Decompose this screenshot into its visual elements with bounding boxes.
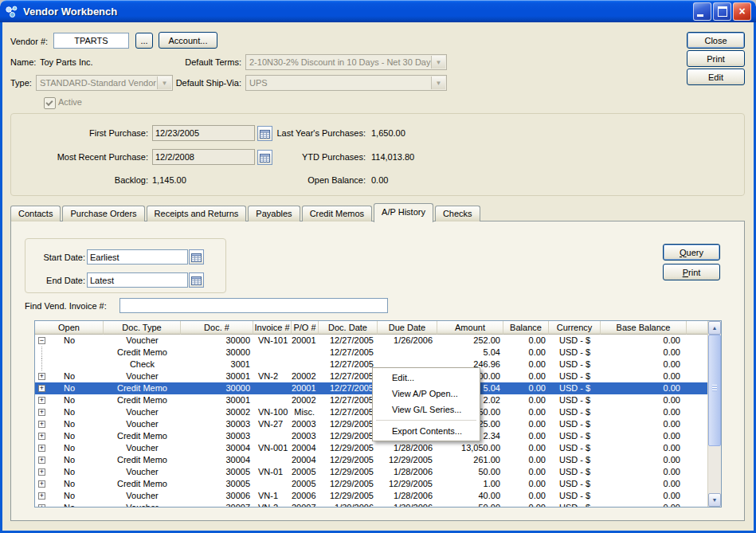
tab-purchase-orders[interactable]: Purchase Orders <box>62 206 144 221</box>
cell-open-text: No <box>64 419 75 429</box>
tab-contacts[interactable]: Contacts <box>10 206 61 221</box>
tab-payables[interactable]: Payables <box>248 206 300 221</box>
table-row[interactable]: +NoCredit Memo300052000512/29/200512/29/… <box>35 478 709 490</box>
expand-icon[interactable]: + <box>38 397 45 404</box>
cell-base_balance: 0.00 <box>601 442 687 454</box>
window-frame-left <box>0 22 2 533</box>
cell-doc_type: Check <box>104 359 181 370</box>
tab-a-p-history[interactable]: A/P History <box>374 203 433 222</box>
expand-icon[interactable]: + <box>38 373 45 380</box>
cell-base_balance: 0.00 <box>601 382 687 394</box>
cell-po_num: 20001 <box>292 382 319 394</box>
maximize-button[interactable] <box>713 2 731 21</box>
column-header-doc_date[interactable]: Doc. Date <box>319 321 378 335</box>
column-header-doc_type[interactable]: Doc. Type <box>104 321 181 335</box>
cell-doc_type: Voucher <box>104 466 181 478</box>
calendar-icon[interactable] <box>189 272 204 288</box>
column-header-po_num[interactable]: P/O # <box>292 321 319 335</box>
cell-invoice_num <box>253 430 292 442</box>
calendar-icon[interactable] <box>189 249 204 265</box>
cell-invoice_num <box>253 394 292 406</box>
cell-doc_num: 3001 <box>181 359 253 370</box>
table-row[interactable]: −NoVoucher30000VN-1012000112/27/20051/26… <box>35 335 709 347</box>
column-header-doc_num[interactable]: Doc. # <box>181 321 253 335</box>
menu-item-edit[interactable]: Edit... <box>374 370 478 386</box>
title-bar[interactable]: Vendor Workbench × <box>0 0 756 22</box>
default-terms-select: 2-10N30-2% Discount in 10 Days - Net 30 … <box>245 54 447 70</box>
expand-icon[interactable]: + <box>38 468 45 476</box>
cell-doc_num: 30004 <box>181 454 253 466</box>
tab-credit-memos[interactable]: Credit Memos <box>302 206 372 221</box>
open-balance-label: Open Balance: <box>226 175 366 185</box>
find-invoice-input[interactable] <box>119 298 388 313</box>
expand-icon[interactable]: + <box>38 421 45 428</box>
vendor-lookup-button[interactable]: ... <box>135 33 153 49</box>
start-date-input[interactable] <box>87 249 188 265</box>
tab-receipts-and-returns[interactable]: Receipts and Returns <box>147 206 247 221</box>
cell-po_num: 20003 <box>292 430 319 442</box>
cell-currency: USD - $ <box>549 359 601 370</box>
menu-item-view-a-p-open[interactable]: View A/P Open... <box>374 386 478 402</box>
end-date-input[interactable] <box>87 272 188 288</box>
cell-po_num: Misc. <box>292 406 319 418</box>
scroll-down-button[interactable]: ▼ <box>708 493 721 507</box>
cell-currency: USD - $ <box>549 418 601 430</box>
column-header-open[interactable]: Open <box>35 321 104 335</box>
type-label: Type: <box>10 78 32 88</box>
query-button[interactable]: Query <box>663 244 720 261</box>
scrollbar-thumb[interactable] <box>708 335 721 446</box>
account-button[interactable]: Account... <box>159 32 217 49</box>
table-row[interactable]: Credit Memo3000012/27/20055.040.00USD - … <box>35 347 709 359</box>
table-row[interactable]: +NoVoucher30006VN-12000612/29/20051/28/2… <box>35 490 709 502</box>
cell-open-text: No <box>64 503 75 508</box>
column-header-amount[interactable]: Amount <box>437 321 503 335</box>
edit-button[interactable]: Edit <box>687 69 745 85</box>
close-icon: × <box>738 6 745 17</box>
expand-icon[interactable]: + <box>38 492 45 500</box>
expand-icon[interactable]: + <box>38 385 45 392</box>
table-row[interactable]: +NoVoucher30005VN-012000512/29/20051/28/… <box>35 466 709 478</box>
column-header-base_balance[interactable]: Base Balance <box>601 321 687 335</box>
cell-balance: 0.00 <box>503 394 549 406</box>
expand-icon[interactable]: + <box>38 457 45 464</box>
cell-balance: 0.00 <box>503 442 549 454</box>
cell-doc_date: 12/29/2005 <box>319 418 378 430</box>
column-header-balance[interactable]: Balance <box>503 321 549 335</box>
print-tab-button[interactable]: Print <box>663 264 720 280</box>
vendor-number-input[interactable] <box>53 33 129 49</box>
cell-base_balance: 0.00 <box>601 430 687 442</box>
expand-icon[interactable]: + <box>38 504 45 508</box>
menu-item-export-contents[interactable]: Export Contents... <box>374 423 478 439</box>
cell-currency: USD - $ <box>549 466 601 478</box>
cell-open-text: No <box>64 431 75 441</box>
cell-doc_num: 30001 <box>181 370 253 382</box>
cell-amount: 5.04 <box>437 347 503 359</box>
cell-base_balance: 0.00 <box>601 466 687 478</box>
table-row[interactable]: +NoVoucher30007VN-2200071/30/20061/30/20… <box>35 502 709 508</box>
cell-invoice_num: VN-2 <box>253 502 292 508</box>
expand-icon[interactable]: + <box>38 433 45 440</box>
close-button[interactable]: Close <box>687 32 745 49</box>
close-window-button[interactable]: × <box>733 2 751 21</box>
tab-checks[interactable]: Checks <box>435 206 480 221</box>
cell-po_num <box>292 347 319 359</box>
scroll-up-button[interactable]: ▲ <box>708 321 721 335</box>
print-button[interactable]: Print <box>687 50 745 67</box>
expand-icon[interactable]: + <box>38 409 45 416</box>
table-row[interactable]: +NoVoucher30004VN-0012000412/29/20051/28… <box>35 442 709 454</box>
expand-icon[interactable]: + <box>38 445 45 452</box>
column-header-due_date[interactable]: Due Date <box>378 321 437 335</box>
table-row[interactable]: +NoCredit Memo300042000412/29/200512/29/… <box>35 454 709 466</box>
collapse-icon[interactable]: − <box>38 337 45 344</box>
cell-invoice_num <box>253 382 292 394</box>
open-balance-value: 0.00 <box>371 175 388 185</box>
expand-icon[interactable]: + <box>38 480 45 488</box>
column-header-invoice_num[interactable]: Invoice # <box>253 321 292 335</box>
cell-doc_num: 30000 <box>181 382 253 394</box>
minimize-button[interactable] <box>693 2 711 21</box>
vertical-scrollbar[interactable]: ▲ ▼ <box>707 321 721 507</box>
column-header-currency[interactable]: Currency <box>549 321 601 335</box>
cell-invoice_num: VN-2 <box>253 370 292 382</box>
cell-po_num: 20001 <box>292 335 319 347</box>
menu-item-view-g-l-series[interactable]: View G/L Series... <box>374 402 478 417</box>
